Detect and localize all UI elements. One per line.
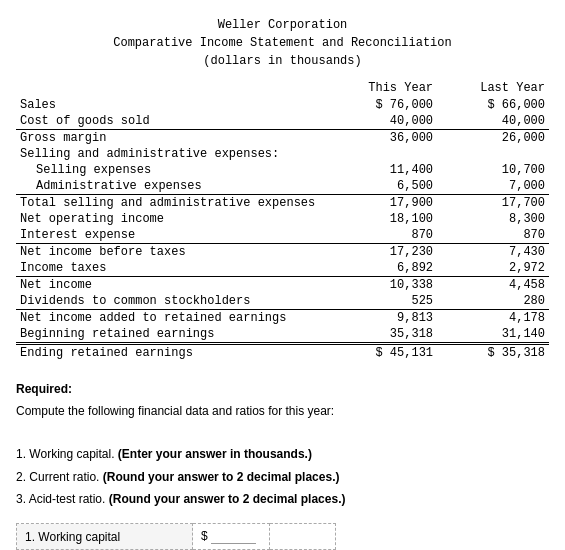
row-this-year: 17,900 <box>325 195 437 212</box>
item-bold: (Round your answer to 2 decimal places.) <box>109 492 346 506</box>
table-row: Administrative expenses6,5007,000 <box>16 178 549 195</box>
row-label: Net income added to retained earnings <box>16 310 325 327</box>
row-label: Selling and administrative expenses: <box>16 146 325 162</box>
row-last-year: $ 35,318 <box>437 344 549 362</box>
item-number: 3. <box>16 492 26 506</box>
answer-input-cell[interactable]: $ <box>193 524 270 550</box>
answer-input[interactable] <box>211 529 256 544</box>
item-text: Working capital. <box>29 447 114 461</box>
table-header-row: This Year Last Year <box>16 80 549 97</box>
row-this-year: $ 45,131 <box>325 344 437 362</box>
row-label: Net income before taxes <box>16 244 325 261</box>
row-last-year: 870 <box>437 227 549 244</box>
report-header: Weller Corporation Comparative Income St… <box>16 16 549 70</box>
row-label: Net operating income <box>16 211 325 227</box>
row-this-year <box>325 146 437 162</box>
item-number: 2. <box>16 470 26 484</box>
row-this-year: 35,318 <box>325 326 437 344</box>
dollar-sign: $ <box>201 529 211 543</box>
required-item: 2. Current ratio. (Round your answer to … <box>16 467 549 487</box>
row-last-year: 10,700 <box>437 162 549 178</box>
col-label-header <box>16 80 325 97</box>
row-this-year: 10,338 <box>325 277 437 294</box>
row-this-year: $ 76,000 <box>325 97 437 113</box>
row-label: Interest expense <box>16 227 325 244</box>
row-last-year: 8,300 <box>437 211 549 227</box>
row-last-year: 280 <box>437 293 549 310</box>
answer-row: 1. Working capital$ <box>17 524 336 550</box>
row-last-year: 31,140 <box>437 326 549 344</box>
row-last-year: 4,178 <box>437 310 549 327</box>
answer-label: 1. Working capital <box>17 524 193 550</box>
row-this-year: 11,400 <box>325 162 437 178</box>
required-instruction: Compute the following financial data and… <box>16 401 549 421</box>
header-line2: Comparative Income Statement and Reconci… <box>16 34 549 52</box>
item-bold: (Round your answer to 2 decimal places.) <box>103 470 340 484</box>
row-this-year: 40,000 <box>325 113 437 130</box>
row-label: Selling expenses <box>16 162 325 178</box>
table-row: Net operating income18,1008,300 <box>16 211 549 227</box>
row-last-year: 7,000 <box>437 178 549 195</box>
col-this-year-header: This Year <box>325 80 437 97</box>
item-number: 1. <box>16 447 26 461</box>
row-last-year: 2,972 <box>437 260 549 277</box>
table-row: Sales$ 76,000$ 66,000 <box>16 97 549 113</box>
row-label: Income taxes <box>16 260 325 277</box>
table-row: Total selling and administrative expense… <box>16 195 549 212</box>
required-item: 3. Acid-test ratio. (Round your answer t… <box>16 489 549 509</box>
required-section: Required: Compute the following financia… <box>16 379 549 509</box>
header-line3: (dollars in thousands) <box>16 52 549 70</box>
row-this-year: 6,892 <box>325 260 437 277</box>
row-last-year: 7,430 <box>437 244 549 261</box>
row-this-year: 17,230 <box>325 244 437 261</box>
row-last-year: 40,000 <box>437 113 549 130</box>
row-label: Net income <box>16 277 325 294</box>
table-row: Income taxes6,8922,972 <box>16 260 549 277</box>
income-statement-table: This Year Last Year Sales$ 76,000$ 66,00… <box>16 80 549 361</box>
table-row: Net income before taxes17,2307,430 <box>16 244 549 261</box>
row-label: Ending retained earnings <box>16 344 325 362</box>
table-row: Ending retained earnings$ 45,131$ 35,318 <box>16 344 549 362</box>
row-label: Cost of goods sold <box>16 113 325 130</box>
row-label: Sales <box>16 97 325 113</box>
row-last-year: 26,000 <box>437 130 549 147</box>
required-item: 1. Working capital. (Enter your answer i… <box>16 444 549 464</box>
row-this-year: 18,100 <box>325 211 437 227</box>
table-row: Net income10,3384,458 <box>16 277 549 294</box>
table-row: Selling and administrative expenses: <box>16 146 549 162</box>
table-row: Cost of goods sold40,00040,000 <box>16 113 549 130</box>
row-last-year: $ 66,000 <box>437 97 549 113</box>
row-label: Dividends to common stockholders <box>16 293 325 310</box>
row-label: Administrative expenses <box>16 178 325 195</box>
table-row: Dividends to common stockholders525280 <box>16 293 549 310</box>
row-this-year: 525 <box>325 293 437 310</box>
answer-extra-cell <box>270 524 336 550</box>
row-label: Beginning retained earnings <box>16 326 325 344</box>
required-heading: Required: <box>16 382 72 396</box>
table-row: Interest expense870870 <box>16 227 549 244</box>
header-line1: Weller Corporation <box>16 16 549 34</box>
row-this-year: 9,813 <box>325 310 437 327</box>
answer-table: 1. Working capital$ 2. Current ratio3. A… <box>16 523 336 550</box>
table-row: Beginning retained earnings35,31831,140 <box>16 326 549 344</box>
item-text: Acid-test ratio. <box>29 492 106 506</box>
row-this-year: 36,000 <box>325 130 437 147</box>
row-last-year <box>437 146 549 162</box>
row-this-year: 6,500 <box>325 178 437 195</box>
row-last-year: 17,700 <box>437 195 549 212</box>
row-label: Total selling and administrative expense… <box>16 195 325 212</box>
item-text: Current ratio. <box>29 470 99 484</box>
row-this-year: 870 <box>325 227 437 244</box>
row-label: Gross margin <box>16 130 325 147</box>
col-last-year-header: Last Year <box>437 80 549 97</box>
table-row: Net income added to retained earnings9,8… <box>16 310 549 327</box>
item-bold: (Enter your answer in thousands.) <box>118 447 312 461</box>
table-row: Gross margin36,00026,000 <box>16 130 549 147</box>
row-last-year: 4,458 <box>437 277 549 294</box>
table-row: Selling expenses11,40010,700 <box>16 162 549 178</box>
